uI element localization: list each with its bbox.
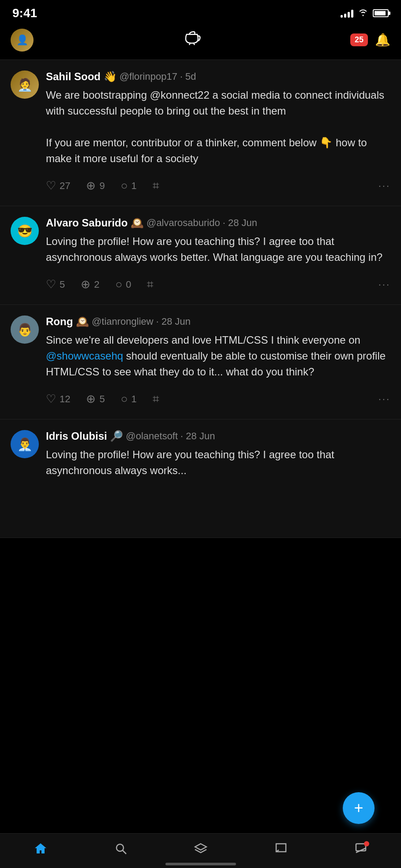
post-content: Loving the profile! How are you teaching… — [46, 447, 390, 479]
post-author-line: Sahil Sood 👋 @florinpop17 · 5d — [46, 70, 390, 83]
post-meta: Rong 🕰️ @tianrongliew · 28 Jun Since we'… — [46, 315, 390, 406]
post-author-name: Rong 🕰️ — [46, 315, 89, 328]
app-logo — [181, 27, 202, 52]
post-meta: Idris Olubisi 🔎 @olanetsoft · 28 Jun Lov… — [46, 430, 390, 487]
post-author-line: Idris Olubisi 🔎 @olanetsoft · 28 Jun — [46, 430, 390, 442]
more-button[interactable]: ··· — [379, 180, 390, 192]
heart-icon: ♡ — [46, 392, 56, 406]
nav-profile[interactable] — [354, 842, 367, 855]
heart-icon: ♡ — [46, 179, 56, 193]
status-time: 9:41 — [12, 6, 37, 20]
post-actions: ♡ 12 ⊕ 5 ○ 1 ⌗ ··· — [46, 389, 390, 406]
comment-action[interactable]: ○ 1 — [121, 392, 137, 406]
wifi-icon — [358, 8, 368, 19]
post-author-line: Alvaro Saburido 🕰️ @alvarosaburido · 28 … — [46, 217, 390, 229]
bell-icon[interactable]: 🔔 — [375, 33, 390, 47]
status-icons — [341, 8, 389, 19]
bookmark-icon: ⌗ — [147, 278, 154, 291]
user-avatar[interactable]: 👤 — [11, 29, 34, 52]
post-author-handle: @tianrongliew — [92, 316, 154, 327]
comment-action[interactable]: ○ 0 — [116, 278, 131, 291]
like-action[interactable]: ♡ 27 — [46, 179, 70, 193]
avatar[interactable]: 🧑‍💼 — [11, 70, 39, 99]
more-button[interactable]: ··· — [379, 393, 390, 405]
profile-badge — [364, 841, 369, 846]
like-count: 12 — [60, 393, 70, 405]
nav-layers[interactable] — [194, 842, 207, 855]
post-header: 👨‍💼 Idris Olubisi 🔎 @olanetsoft · 28 Jun… — [11, 430, 390, 487]
comment-icon: ○ — [121, 392, 128, 406]
post-author-name: Sahil Sood 👋 — [46, 70, 117, 83]
home-indicator — [165, 863, 236, 865]
post-author-handle: @olanetsoft — [126, 430, 178, 442]
post-header: 😎 Alvaro Saburido 🕰️ @alvarosaburido · 2… — [11, 217, 390, 291]
mention-link[interactable]: @showwcasehq — [46, 350, 123, 362]
post-time: · 28 Jun — [156, 316, 191, 327]
post-header: 🧑‍💼 Sahil Sood 👋 @florinpop17 · 5d We ar… — [11, 70, 390, 193]
post-card: 👨‍💼 Idris Olubisi 🔎 @olanetsoft · 28 Jun… — [0, 419, 401, 538]
avatar[interactable]: 😎 — [11, 217, 39, 245]
post-card: 🧑‍💼 Sahil Sood 👋 @florinpop17 · 5d We ar… — [0, 60, 401, 206]
bookmark-action[interactable]: ⌗ — [147, 278, 154, 291]
upvote-icon: ⊕ — [81, 278, 90, 291]
post-author-line: Rong 🕰️ @tianrongliew · 28 Jun — [46, 315, 390, 328]
nav-right: 25 🔔 — [350, 33, 390, 47]
top-nav: 👤 25 🔔 — [0, 24, 401, 59]
post-actions: ♡ 27 ⊕ 9 ○ 1 ⌗ ··· — [46, 175, 390, 193]
post-actions: ♡ 5 ⊕ 2 ○ 0 ⌗ ··· — [46, 274, 390, 291]
post-author-handle: @alvarosaburido — [146, 217, 220, 229]
post-author-name: Alvaro Saburido 🕰️ — [46, 217, 144, 229]
like-action[interactable]: ♡ 12 — [46, 392, 70, 406]
nav-search[interactable] — [114, 842, 127, 855]
post-content: Since we're all developers and love HTML… — [46, 332, 390, 380]
post-card: 👨 Rong 🕰️ @tianrongliew · 28 Jun Since w… — [0, 305, 401, 419]
bookmark-icon: ⌗ — [153, 392, 159, 406]
post-author-name: Idris Olubisi 🔎 — [46, 430, 123, 442]
post-meta: Alvaro Saburido 🕰️ @alvarosaburido · 28 … — [46, 217, 390, 291]
post-header: 👨 Rong 🕰️ @tianrongliew · 28 Jun Since w… — [11, 315, 390, 406]
notification-badge[interactable]: 25 — [350, 33, 368, 46]
comment-count: 1 — [131, 180, 136, 192]
like-count: 27 — [60, 180, 70, 192]
svg-marker-4 — [195, 844, 206, 850]
nav-messages[interactable] — [274, 842, 288, 855]
svg-point-2 — [116, 844, 124, 851]
comment-icon: ○ — [116, 278, 123, 291]
upvote-count: 9 — [99, 180, 105, 192]
nav-home[interactable] — [34, 842, 48, 856]
post-meta: Sahil Sood 👋 @florinpop17 · 5d We are bo… — [46, 70, 390, 193]
upvote-action[interactable]: ⊕ 5 — [86, 392, 105, 406]
post-content: We are bootstrapping @konnect22 a social… — [46, 87, 390, 167]
like-action[interactable]: ♡ 5 — [46, 278, 65, 291]
upvote-count: 5 — [99, 393, 105, 405]
bookmark-action[interactable]: ⌗ — [153, 392, 159, 406]
bookmark-icon: ⌗ — [153, 179, 159, 193]
post-time: · 28 Jun — [180, 430, 215, 442]
fab-button[interactable]: + — [343, 792, 375, 824]
avatar[interactable]: 👨‍💼 — [11, 430, 39, 458]
post-card: 😎 Alvaro Saburido 🕰️ @alvarosaburido · 2… — [0, 206, 401, 305]
signal-icon — [341, 9, 353, 18]
svg-line-3 — [123, 850, 126, 854]
notch — [161, 0, 240, 16]
comment-action[interactable]: ○ 1 — [121, 179, 137, 193]
heart-icon: ♡ — [46, 278, 56, 291]
comment-count: 1 — [131, 393, 136, 405]
post-author-handle: @florinpop17 — [120, 71, 177, 82]
upvote-icon: ⊕ — [86, 179, 96, 193]
post-content: Loving the profile! How are you teaching… — [46, 234, 390, 265]
comment-icon: ○ — [121, 179, 128, 193]
upvote-icon: ⊕ — [86, 392, 96, 406]
upvote-action[interactable]: ⊕ 9 — [86, 179, 105, 193]
comment-count: 0 — [126, 279, 131, 290]
battery-icon — [373, 9, 389, 17]
post-time: · 28 Jun — [223, 217, 257, 229]
avatar[interactable]: 👨 — [11, 315, 39, 344]
like-count: 5 — [60, 279, 65, 290]
more-button[interactable]: ··· — [379, 279, 390, 290]
upvote-count: 2 — [94, 279, 99, 290]
upvote-action[interactable]: ⊕ 2 — [81, 278, 99, 291]
bookmark-action[interactable]: ⌗ — [153, 179, 159, 193]
post-time: · 5d — [180, 71, 196, 82]
plus-icon: + — [354, 799, 363, 817]
